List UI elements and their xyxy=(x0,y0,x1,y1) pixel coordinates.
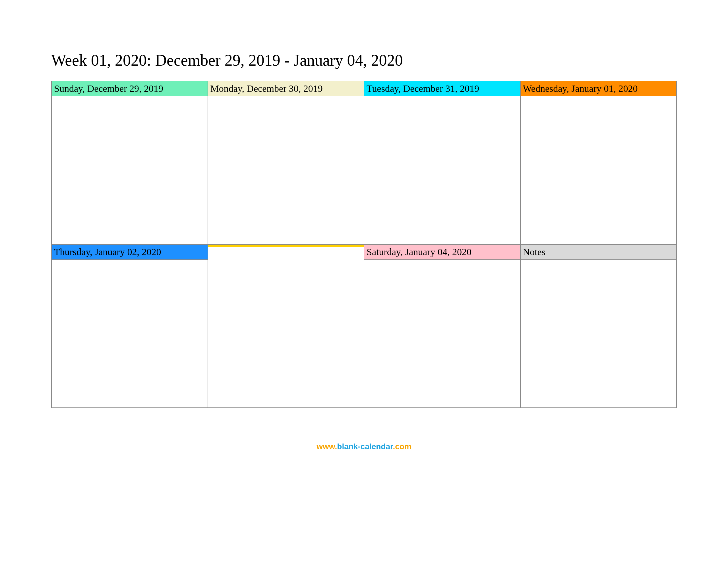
day-cell-tuesday: Tuesday, December 31, 2019 xyxy=(364,81,520,244)
day-cell-wednesday: Wednesday, January 01, 2020 xyxy=(520,81,677,244)
day-body-friday xyxy=(208,247,364,407)
footer-link[interactable]: www.blank-calendar.com xyxy=(51,442,677,451)
day-cell-thursday: Thursday, January 02, 2020 xyxy=(51,244,208,408)
day-cell-friday xyxy=(208,244,364,408)
day-header-wednesday: Wednesday, January 01, 2020 xyxy=(521,81,677,96)
day-cell-notes: Notes xyxy=(520,244,677,408)
page-title: Week 01, 2020: December 29, 2019 - Janua… xyxy=(51,51,677,69)
day-body-saturday xyxy=(364,260,520,407)
day-cell-saturday: Saturday, January 04, 2020 xyxy=(364,244,520,408)
day-body-sunday xyxy=(52,96,208,244)
calendar-grid: Sunday, December 29, 2019 Monday, Decemb… xyxy=(51,81,677,408)
day-header-thursday: Thursday, January 02, 2020 xyxy=(52,245,208,260)
footer-com: .com xyxy=(393,442,411,451)
day-header-friday xyxy=(208,245,364,247)
day-cell-monday: Monday, December 30, 2019 xyxy=(208,81,364,244)
day-header-monday: Monday, December 30, 2019 xyxy=(208,81,364,96)
day-body-wednesday xyxy=(521,96,677,244)
day-header-saturday: Saturday, January 04, 2020 xyxy=(364,245,520,260)
day-body-thursday xyxy=(52,260,208,407)
day-body-notes xyxy=(521,260,677,407)
footer-blank: blank-calendar xyxy=(337,442,393,451)
day-body-monday xyxy=(208,96,364,244)
day-header-sunday: Sunday, December 29, 2019 xyxy=(52,81,208,96)
day-cell-sunday: Sunday, December 29, 2019 xyxy=(51,81,208,244)
footer-www: www. xyxy=(317,442,337,451)
day-header-notes: Notes xyxy=(521,245,677,260)
day-header-tuesday: Tuesday, December 31, 2019 xyxy=(364,81,520,96)
day-body-tuesday xyxy=(364,96,520,244)
